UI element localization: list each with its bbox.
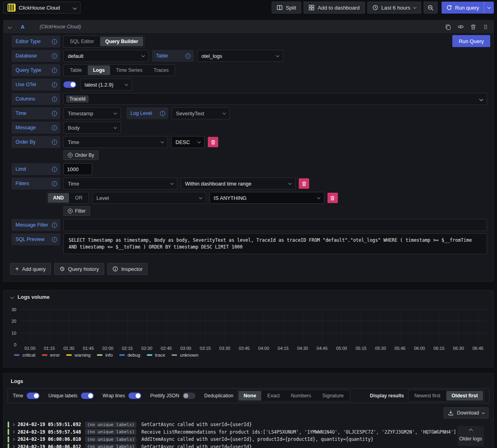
filter-operator-select[interactable]: Within dashboard time range	[181, 178, 296, 189]
query-type-option[interactable]: Traces	[148, 65, 174, 75]
log-row[interactable]: 2024-02-19 06:00:06.010(no unique labels…	[8, 436, 489, 443]
toggle-switch[interactable]	[81, 393, 94, 399]
legend-item[interactable]: info	[97, 353, 113, 357]
info-icon[interactable]: i	[52, 223, 57, 228]
delete-query-trash-icon[interactable]	[470, 24, 476, 30]
collapse-chevron-icon[interactable]	[8, 25, 12, 29]
chevron-down-icon	[161, 140, 164, 143]
drag-handle-icon[interactable]	[483, 24, 489, 30]
columns-multiselect[interactable]: TraceId	[63, 93, 487, 105]
zoom-out-button[interactable]	[424, 2, 438, 14]
editor-type-option[interactable]: SQL Editor	[65, 37, 99, 46]
order-by-field-select[interactable]: Time	[63, 136, 168, 148]
database-select[interactable]: default	[63, 50, 149, 62]
order-direction-select[interactable]: DESC	[171, 136, 205, 148]
remove-order-by-button[interactable]	[208, 137, 218, 147]
inspector-button[interactable]: Inspector	[107, 263, 148, 275]
info-icon[interactable]: i	[52, 237, 57, 242]
legend-item[interactable]: debug	[119, 353, 140, 357]
duplicate-query-icon[interactable]	[445, 24, 451, 30]
log-row[interactable]: 2024-02-19 05:59:51.692(no unique labels…	[8, 421, 489, 428]
add-filter-button[interactable]: +Filter	[63, 206, 90, 216]
add-order-by-button[interactable]: +Order By	[63, 150, 99, 160]
add-query-button[interactable]: +Add query	[10, 263, 51, 275]
info-icon[interactable]: i	[160, 111, 165, 116]
deduplication-option[interactable]: Exact	[262, 391, 285, 401]
message-filter-input[interactable]	[63, 219, 487, 231]
use-otel-toggle[interactable]	[63, 81, 76, 88]
deduplication-option[interactable]: None	[239, 391, 261, 401]
add-to-dashboard-button[interactable]: Add to dashboard	[304, 2, 365, 14]
run-query-button[interactable]: Run query	[442, 2, 484, 14]
split-button[interactable]: Split	[272, 2, 301, 14]
history-icon	[59, 266, 65, 272]
datasource-name: ClickHouse Cloud	[19, 5, 70, 11]
query-ref[interactable]: A	[21, 24, 24, 30]
info-icon[interactable]: i	[52, 68, 57, 73]
condition-field-select[interactable]: Level	[92, 192, 206, 204]
expand-chevron-icon[interactable]	[12, 438, 15, 441]
expand-chevron-icon[interactable]	[12, 430, 15, 433]
info-icon[interactable]: i	[52, 181, 57, 186]
remove-condition-button[interactable]	[327, 193, 338, 203]
otel-version-select[interactable]: latest (1.2.9)	[80, 79, 132, 91]
message-column-select[interactable]: Body	[63, 122, 121, 134]
logs-volume-plot[interactable]	[20, 310, 487, 345]
toggle-label: Prettify JSON	[150, 393, 179, 399]
query-history-button[interactable]: Query history	[54, 263, 104, 275]
datasource-picker[interactable]: ClickHouse Cloud	[3, 2, 81, 14]
log-row[interactable]: 2024-02-19 06:00:06.012(no unique labels…	[8, 443, 489, 448]
download-button[interactable]: Download	[444, 407, 489, 418]
expand-chevron-icon[interactable]	[12, 423, 15, 426]
legend-item[interactable]: trace	[147, 353, 166, 357]
info-icon[interactable]: i	[52, 125, 57, 130]
bool-operator-option[interactable]: OR	[70, 193, 88, 203]
run-query-caret[interactable]	[484, 2, 494, 14]
log-timestamp: 2024-02-19 06:00:06.012	[18, 444, 81, 448]
info-icon[interactable]: i	[52, 39, 57, 44]
remove-filter-button[interactable]	[299, 178, 309, 189]
filter-field-select[interactable]: Time	[63, 178, 178, 189]
info-icon[interactable]: i	[185, 53, 191, 59]
time-range-picker[interactable]: Last 6 hours	[367, 2, 421, 14]
toggle-label: Unique labels	[48, 393, 77, 399]
limit-input[interactable]	[63, 163, 92, 175]
toggle-switch[interactable]	[183, 393, 195, 399]
plus-circle-icon: +	[68, 209, 73, 213]
expand-chevron-icon[interactable]	[12, 445, 15, 448]
deduplication-option[interactable]: Signature	[317, 391, 349, 401]
display-results-option[interactable]: Newest first	[409, 391, 446, 401]
info-icon[interactable]: i	[52, 53, 57, 59]
log-row[interactable]: 2024-02-19 05:59:57.548(no unique labels…	[8, 428, 489, 436]
condition-operator-select[interactable]: IS ANYTHING	[209, 192, 324, 204]
info-icon[interactable]: i	[52, 111, 57, 116]
log-level-select[interactable]: SeverityText	[172, 107, 230, 119]
chevron-down-icon	[317, 196, 320, 199]
query-type-option[interactable]: Time Series	[111, 65, 148, 75]
time-column-select[interactable]: Timestamp	[63, 107, 121, 119]
deduplication-option[interactable]: Numbers	[286, 391, 316, 401]
older-logs-button[interactable]: Older logs	[458, 426, 484, 446]
logs-volume-header[interactable]: Logs volume	[4, 290, 493, 304]
display-results-option[interactable]: Oldest first	[446, 391, 483, 401]
query-type-option[interactable]: Table	[65, 65, 87, 75]
toggle-switch[interactable]	[27, 393, 39, 399]
legend-item[interactable]: warning	[66, 353, 91, 357]
editor-type-option[interactable]: Query Builder	[100, 37, 144, 46]
info-icon[interactable]: i	[52, 82, 57, 87]
legend-item[interactable]: unknown	[172, 353, 198, 357]
legend-item[interactable]: error	[42, 353, 60, 357]
info-icon[interactable]: i	[52, 140, 57, 145]
toggle-visibility-eye-icon[interactable]	[458, 24, 464, 30]
legend-swatch	[147, 354, 152, 356]
legend-item[interactable]: critical	[14, 353, 36, 357]
toggle-switch[interactable]	[128, 393, 141, 399]
panel-run-query-button[interactable]: Run Query	[452, 35, 490, 47]
info-icon[interactable]: i	[52, 167, 57, 172]
chevron-down-icon	[114, 111, 117, 114]
info-icon[interactable]: i	[52, 97, 57, 102]
column-chip[interactable]: TraceId	[66, 95, 89, 103]
bool-operator-option[interactable]: AND	[48, 193, 69, 203]
table-select[interactable]: otel_logs	[197, 50, 283, 62]
query-type-option[interactable]: Logs	[88, 65, 110, 75]
